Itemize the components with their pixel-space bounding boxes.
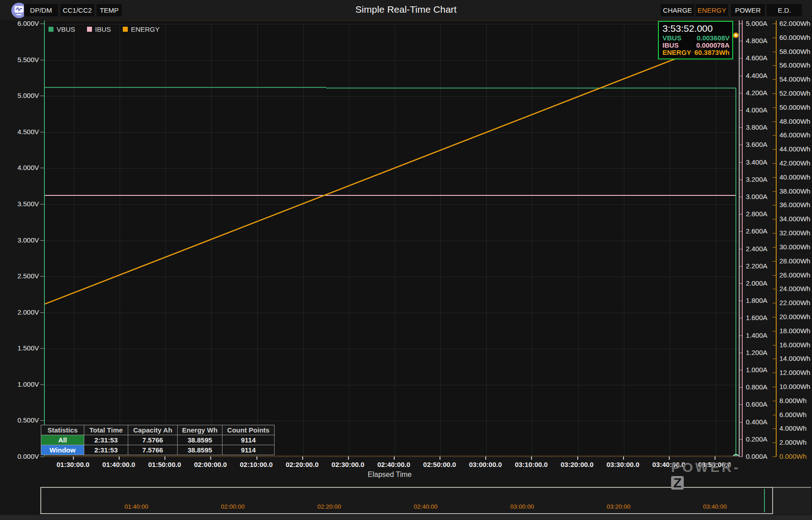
energy-tick-mark — [773, 331, 776, 331]
current-tick-label: 1.800A — [746, 296, 768, 305]
energy-tick-label: 2.000Wh — [779, 438, 807, 447]
energy-tick-label: 22.000Wh — [779, 299, 810, 307]
current-tick-mark — [739, 76, 743, 76]
energy-tick-label: 44.000Wh — [779, 145, 810, 153]
legend-swatch-ibus — [87, 27, 92, 32]
navigator-time-label: 02:00:00 — [213, 503, 253, 510]
current-tick-label: 0.200A — [746, 435, 768, 443]
navigator-time-label: 01:40:00 — [116, 503, 157, 510]
tab-temp[interactable]: TEMP — [97, 4, 122, 16]
current-tick-mark — [739, 301, 743, 301]
energy-tick-mark — [773, 359, 776, 359]
current-tick-mark — [739, 93, 743, 93]
current-tick-mark — [739, 457, 743, 457]
current-tick-mark — [739, 439, 743, 440]
stats-header-cell: Total Time — [84, 425, 128, 435]
current-tick-label: 0.600A — [746, 400, 768, 408]
time-tick-mark — [302, 457, 303, 460]
navigator-time-label: 02:20:00 — [309, 503, 350, 510]
time-tick-mark — [623, 457, 624, 460]
current-tick-label: 5.000A — [746, 19, 768, 28]
voltage-tick-mark — [40, 240, 44, 241]
energy-tick-label: 62.000Wh — [779, 19, 810, 28]
energy-tick-label: 10.000Wh — [779, 383, 810, 391]
voltage-tick-mark — [40, 276, 44, 277]
energy-tick-mark — [773, 135, 776, 136]
voltage-tick-label: 3.000V — [2, 236, 39, 244]
energy-tick-mark — [773, 52, 776, 52]
timeline-navigator-window[interactable]: 01:40:0002:00:0002:20:0002:40:0003:00:00… — [40, 487, 773, 514]
tooltip-series-value: 60.3873Wh — [694, 49, 730, 56]
current-tick-mark — [739, 24, 743, 24]
tab-cc1-cc2[interactable]: CC1/CC2 — [60, 4, 94, 16]
energy-tick-mark — [773, 191, 776, 192]
chart-plot-area[interactable]: VBUSIBUSENERGY 3:53:52.000 VBUS0.003608V… — [44, 20, 739, 457]
plot-right-scroll-bar[interactable] — [739, 20, 740, 457]
voltage-tick-mark — [40, 420, 44, 421]
navigator-time-label: 02:40:00 — [405, 503, 446, 510]
stats-value-cell: 7.5766 — [128, 435, 178, 445]
tab-power[interactable]: POWER — [731, 4, 765, 16]
current-axis-line — [742, 20, 743, 457]
current-tick-label: 3.200A — [746, 175, 768, 184]
stats-header-cell: Statistics — [41, 425, 84, 435]
stats-row-toggle-window[interactable]: Window — [41, 445, 84, 455]
current-tick-mark — [739, 387, 743, 388]
series-lines — [45, 21, 739, 456]
voltage-tick-label: 5.000V — [2, 92, 39, 100]
energy-tick-mark — [773, 261, 776, 262]
tab-energy[interactable]: ENERGY — [696, 4, 728, 16]
energy-tick-mark — [773, 205, 776, 205]
energy-tick-label: 12.000Wh — [779, 369, 810, 377]
energy-tick-mark — [773, 415, 776, 415]
voltage-tick-mark — [40, 168, 44, 168]
current-tick-label: 1.400A — [746, 331, 768, 340]
tab-dp-dm[interactable]: DP/DM — [24, 4, 58, 16]
time-tick-label: 02:50:00.0 — [418, 461, 461, 468]
tooltip-series-value: 0.000078A — [696, 42, 730, 49]
time-tick-mark — [669, 457, 670, 460]
legend-item-energy[interactable]: ENERGY — [123, 25, 160, 33]
energy-tick-mark — [773, 219, 776, 219]
tab-e-d-[interactable]: E.D. — [767, 4, 802, 16]
legend-label: ENERGY — [131, 25, 160, 33]
energy-tick-label: 14.000Wh — [779, 355, 810, 363]
current-tick-mark — [739, 249, 743, 249]
stats-row-toggle-all[interactable]: All — [41, 435, 84, 445]
current-tick-label: 4.600A — [746, 54, 768, 62]
chart-legend: VBUSIBUSENERGY — [48, 25, 160, 33]
stats-value-cell: 2:31:53 — [84, 445, 128, 455]
voltage-tick-mark — [40, 457, 44, 457]
energy-tick-mark — [773, 177, 776, 178]
current-tick-mark — [739, 145, 743, 145]
energy-tick-label: 4.000Wh — [779, 424, 807, 433]
current-tick-mark — [739, 214, 743, 214]
energy-tick-mark — [773, 317, 776, 317]
stats-value-cell: 7.5766 — [128, 445, 178, 455]
current-tick-mark — [739, 404, 743, 405]
stats-value-cell: 38.8595 — [178, 445, 222, 455]
timeline-navigator-track[interactable]: 01:40:0002:00:0002:20:0002:40:0003:00:00… — [40, 487, 811, 514]
energy-tick-mark — [773, 247, 776, 248]
legend-item-ibus[interactable]: IBUS — [87, 25, 111, 33]
energy-tick-mark — [773, 373, 776, 373]
tab-charge[interactable]: CHARGE — [661, 4, 694, 16]
energy-tick-mark — [773, 149, 776, 150]
current-tick-label: 3.600A — [746, 141, 768, 149]
time-tick-label: 03:20:00.0 — [556, 461, 599, 468]
voltage-tick-mark — [40, 348, 44, 349]
voltage-tick-mark — [40, 384, 44, 385]
energy-tick-mark — [773, 428, 776, 429]
voltage-tick-label: 0.000V — [2, 452, 39, 461]
voltage-tick-mark — [40, 312, 44, 313]
energy-tick-mark — [773, 79, 776, 80]
energy-tick-label: 58.000Wh — [779, 48, 810, 56]
voltage-tick-label: 0.500V — [2, 416, 39, 424]
current-tick-label: 0.400A — [746, 418, 768, 426]
navigator-time-label: 03:40:00 — [695, 503, 735, 510]
time-tick-mark — [440, 457, 440, 460]
energy-tick-label: 46.000Wh — [779, 131, 810, 139]
legend-item-vbus[interactable]: VBUS — [48, 25, 75, 33]
energy-tick-label: 38.000Wh — [779, 187, 810, 195]
stats-row-window: Window2:31:537.576638.85959114 — [41, 445, 275, 455]
